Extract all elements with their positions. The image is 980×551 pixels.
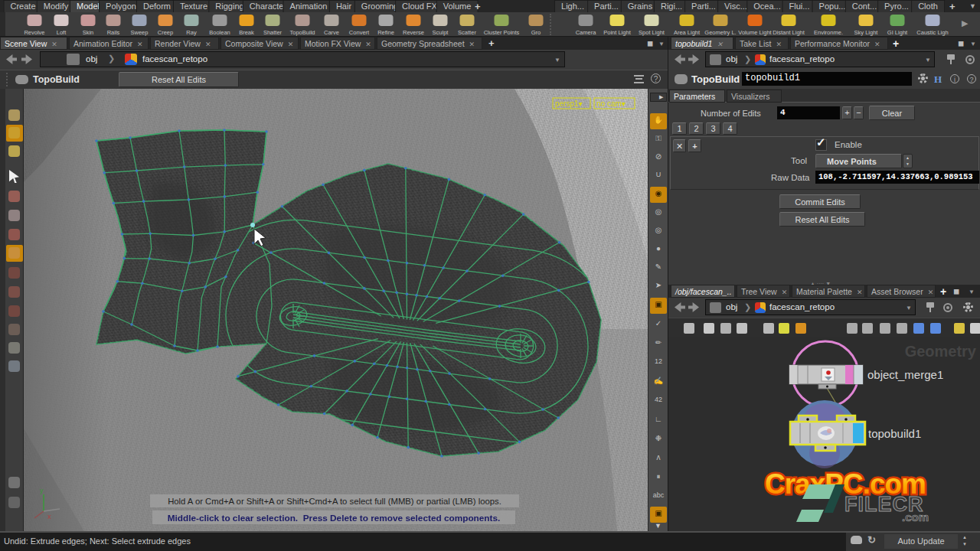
svg-text:Geometry: Geometry bbox=[905, 343, 977, 360]
svg-text:object_merge1: object_merge1 bbox=[867, 368, 943, 381]
svg-text:x: x bbox=[47, 513, 51, 520]
svg-text:Hold A or Cmd+A or Shift+A or: Hold A or Cmd+A or Shift+A or Shift+Cmd+… bbox=[168, 497, 501, 506]
svg-text:Middle-click to clear selectio: Middle-click to clear selection. Press D… bbox=[168, 513, 501, 523]
svg-text:no cam▾: no cam▾ bbox=[596, 99, 626, 108]
svg-text:topobuild1: topobuild1 bbox=[868, 427, 921, 440]
svg-text:.com: .com bbox=[902, 510, 929, 523]
svg-text:y: y bbox=[40, 487, 44, 494]
svg-text:persp1▾: persp1▾ bbox=[555, 99, 583, 108]
